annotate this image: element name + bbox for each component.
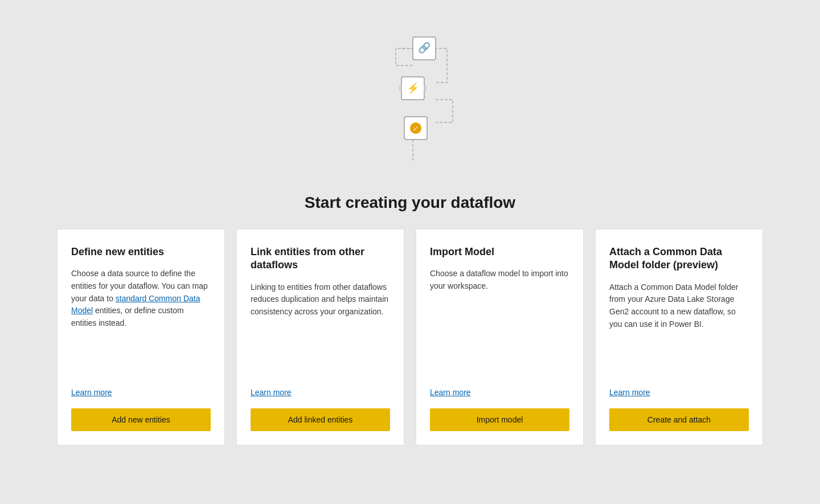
card-define-new-title: Define new entities — [71, 245, 211, 259]
svg-text:🔗: 🔗 — [418, 42, 431, 54]
cards-container: Define new entities Choose a data source… — [57, 229, 763, 445]
svg-rect-4 — [424, 86, 427, 91]
card-attach-cdm-title: Attach a Common Data Model folder (previ… — [609, 245, 749, 272]
add-new-entities-button[interactable]: Add new entities — [71, 408, 211, 431]
add-linked-entities-button[interactable]: Add linked entities — [251, 408, 390, 431]
create-and-attach-button[interactable]: Create and attach — [609, 408, 749, 431]
svg-rect-3 — [399, 86, 402, 91]
card-link-entities-description: Linking to entities from other dataflows… — [251, 281, 390, 381]
card-link-entities-learn-more[interactable]: Learn more — [251, 388, 390, 397]
page-container: 🔗 ⚡ ✓ Start creating your dataflow Defin… — [0, 0, 820, 504]
standard-cdm-link[interactable]: standard Common Data Model — [71, 294, 200, 315]
card-define-new-description: Choose a data source to define the entit… — [71, 268, 211, 381]
card-define-new-learn-more[interactable]: Learn more — [71, 388, 211, 397]
card-link-entities-title: Link entities from other dataflows — [251, 245, 390, 272]
card-attach-cdm-learn-more[interactable]: Learn more — [609, 388, 749, 397]
card-attach-cdm-description: Attach a Common Data Model folder from y… — [609, 281, 749, 381]
card-attach-cdm: Attach a Common Data Model folder (previ… — [595, 229, 763, 445]
card-import-model-title: Import Model — [430, 245, 569, 259]
svg-text:✓: ✓ — [413, 125, 419, 133]
svg-text:⚡: ⚡ — [407, 82, 420, 95]
card-import-model-learn-more[interactable]: Learn more — [430, 388, 569, 397]
page-title: Start creating your dataflow — [305, 194, 515, 212]
card-define-new: Define new entities Choose a data source… — [57, 229, 225, 445]
card-link-entities: Link entities from other dataflows Linki… — [236, 229, 404, 445]
hero-illustration: 🔗 ⚡ ✓ — [347, 11, 473, 182]
card-import-model-description: Choose a dataflow model to import into y… — [430, 268, 569, 381]
import-model-button[interactable]: Import model — [430, 408, 569, 431]
card-import-model: Import Model Choose a dataflow model to … — [416, 229, 584, 445]
